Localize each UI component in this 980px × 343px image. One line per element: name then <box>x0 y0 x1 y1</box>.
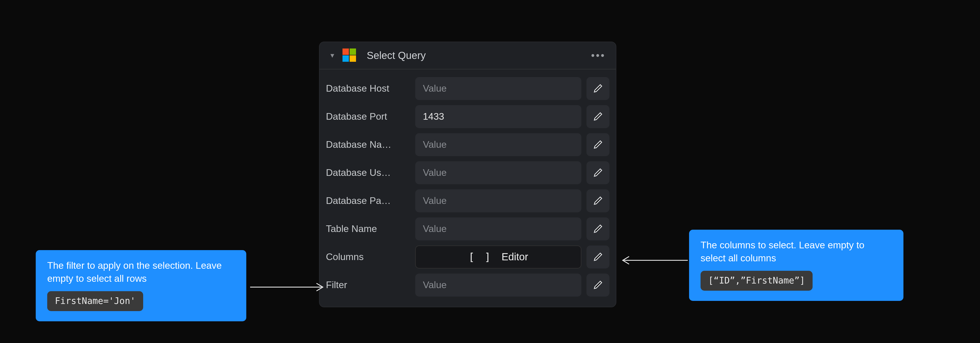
field-label: Table Name <box>326 223 410 234</box>
collapse-chevron-icon[interactable]: ▼ <box>328 52 336 59</box>
edit-button[interactable] <box>587 105 609 128</box>
edit-button[interactable] <box>587 77 609 100</box>
table-name-input[interactable] <box>415 218 581 240</box>
filter-input[interactable] <box>415 273 581 297</box>
edit-button[interactable] <box>587 133 609 156</box>
db-user-input[interactable] <box>415 161 581 184</box>
pencil-icon <box>593 111 604 122</box>
editor-label: Editor <box>501 251 528 263</box>
field-label: Filter <box>326 279 410 291</box>
field-label: Database Na… <box>326 139 410 150</box>
diagram-stage: ▼ Select Query ••• Database Host Databas… <box>0 0 980 343</box>
filter-callout: The filter to apply on the selection. Le… <box>36 250 246 321</box>
field-row-columns: Columns [ ] Editor <box>326 243 609 271</box>
field-row-db-name: Database Na… <box>326 131 609 159</box>
field-label: Database Port <box>326 111 410 122</box>
field-label: Database Host <box>326 83 410 94</box>
field-label: Database Pa… <box>326 195 410 206</box>
db-port-input[interactable] <box>415 105 581 128</box>
field-row-filter: Filter <box>326 271 609 299</box>
edit-button[interactable] <box>587 273 609 297</box>
field-row-db-port: Database Port <box>326 103 609 131</box>
db-pass-input[interactable] <box>415 189 581 212</box>
panel-body: Database Host Database Port Database Na… <box>320 70 616 307</box>
microsoft-logo-icon <box>342 49 356 62</box>
pencil-icon <box>593 223 604 234</box>
db-host-input[interactable] <box>415 77 581 100</box>
pencil-icon <box>593 279 604 291</box>
field-row-db-host: Database Host <box>326 75 609 103</box>
pencil-icon <box>593 139 604 150</box>
db-name-input[interactable] <box>415 133 581 156</box>
brackets-icon: [ ] <box>468 251 493 263</box>
field-row-db-user: Database Us… <box>326 159 609 187</box>
select-query-panel: ▼ Select Query ••• Database Host Databas… <box>319 41 616 307</box>
callout-example-code: [“ID”,”FirstName”] <box>700 271 813 291</box>
panel-title: Select Query <box>367 50 585 61</box>
arrow-icon <box>619 254 688 267</box>
pencil-icon <box>593 251 604 262</box>
more-options-button[interactable]: ••• <box>591 50 607 61</box>
edit-button[interactable] <box>587 189 609 212</box>
callout-text: The filter to apply on the selection. Le… <box>47 259 235 285</box>
panel-header: ▼ Select Query ••• <box>320 42 616 70</box>
columns-editor-button[interactable]: [ ] Editor <box>415 246 581 268</box>
field-label: Database Us… <box>326 167 410 178</box>
pencil-icon <box>593 195 604 206</box>
field-row-table: Table Name <box>326 215 609 243</box>
pencil-icon <box>593 167 604 178</box>
edit-button[interactable] <box>587 161 609 184</box>
field-row-db-pass: Database Pa… <box>326 187 609 215</box>
arrow-icon <box>250 281 327 294</box>
field-label: Columns <box>326 251 410 262</box>
callout-example-code: FirstName='Jon' <box>47 291 143 311</box>
edit-button[interactable] <box>587 246 609 268</box>
callout-text: The columns to select. Leave empty to se… <box>700 239 892 264</box>
edit-button[interactable] <box>587 218 609 240</box>
columns-callout: The columns to select. Leave empty to se… <box>689 230 904 301</box>
pencil-icon <box>593 83 604 94</box>
